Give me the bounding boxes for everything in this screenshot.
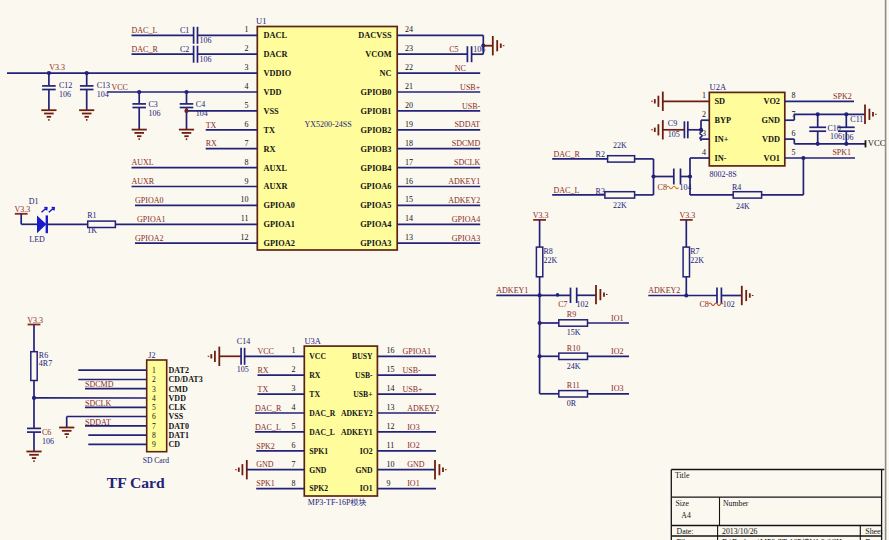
svg-text:2: 2 <box>152 375 156 384</box>
svg-text:11: 11 <box>387 441 395 450</box>
svg-text:USB-: USB- <box>355 371 373 380</box>
svg-text:AUXL: AUXL <box>264 164 288 173</box>
svg-text:4: 4 <box>245 82 249 91</box>
svg-text:8002-8S: 8002-8S <box>710 170 737 179</box>
svg-text:7: 7 <box>292 460 296 469</box>
svg-text:DAT0: DAT0 <box>169 422 189 431</box>
svg-text:DAC_L: DAC_L <box>255 423 281 432</box>
svg-text:13: 13 <box>405 233 413 242</box>
svg-text:13: 13 <box>387 403 395 412</box>
svg-text:105: 105 <box>237 365 249 374</box>
svg-text:7: 7 <box>152 422 156 431</box>
svg-text:GPIOB0: GPIOB0 <box>361 88 392 97</box>
svg-text:12: 12 <box>387 422 395 431</box>
svg-text:5: 5 <box>792 148 796 157</box>
svg-text:105: 105 <box>668 130 680 139</box>
svg-text:ADKEY2: ADKEY2 <box>448 196 480 205</box>
svg-text:10: 10 <box>241 195 249 204</box>
svg-text:IN+: IN+ <box>715 135 729 144</box>
svg-text:GPIOA5: GPIOA5 <box>360 201 391 210</box>
svg-text:R7: R7 <box>690 247 699 256</box>
svg-text:C5: C5 <box>449 45 458 54</box>
svg-text:Sheet: Sheet <box>865 527 883 536</box>
svg-text:SPK1: SPK1 <box>832 148 851 157</box>
svg-text:2: 2 <box>245 44 249 53</box>
svg-text:9: 9 <box>152 440 156 449</box>
svg-text:USB+: USB+ <box>353 390 372 399</box>
svg-text:C3: C3 <box>148 100 157 109</box>
svg-text:106: 106 <box>42 437 54 446</box>
svg-text:VDD: VDD <box>169 394 187 403</box>
svg-text:C7: C7 <box>558 300 567 309</box>
svg-text:R8: R8 <box>544 247 553 256</box>
svg-text:102: 102 <box>577 300 589 309</box>
svg-text:1: 1 <box>292 346 296 355</box>
svg-text:SPK2: SPK2 <box>833 92 852 101</box>
svg-text:IO2: IO2 <box>360 447 373 456</box>
svg-text:BYP: BYP <box>715 116 732 125</box>
svg-text:SD Card: SD Card <box>143 456 170 465</box>
svg-text:VCC: VCC <box>868 138 886 148</box>
svg-text:VCC: VCC <box>112 83 128 92</box>
svg-text:GPIOA1: GPIOA1 <box>264 220 295 229</box>
svg-text:GPIOB2: GPIOB2 <box>361 126 392 135</box>
svg-text:NC: NC <box>455 64 466 73</box>
svg-text:4R7: 4R7 <box>39 359 52 368</box>
svg-text:TX: TX <box>258 385 269 394</box>
svg-text:C8: C8 <box>658 183 667 192</box>
svg-text:GPIOA3: GPIOA3 <box>360 239 391 248</box>
svg-text:IO1: IO1 <box>407 479 419 488</box>
svg-text:22: 22 <box>405 63 413 72</box>
svg-text:GPIOB1: GPIOB1 <box>361 107 392 116</box>
svg-text:SDDAT: SDDAT <box>454 120 480 129</box>
svg-text:RX: RX <box>309 371 321 380</box>
svg-text:3: 3 <box>245 63 249 72</box>
svg-text:ADKEY2: ADKEY2 <box>648 286 680 295</box>
svg-text:SPK2: SPK2 <box>309 484 328 493</box>
svg-text:V3.3: V3.3 <box>27 316 43 325</box>
svg-text:106: 106 <box>200 55 212 64</box>
svg-text:C6: C6 <box>42 428 51 437</box>
svg-text:AUXL: AUXL <box>132 158 154 167</box>
svg-text:VCC: VCC <box>258 347 274 356</box>
svg-text:VSS: VSS <box>264 107 280 116</box>
svg-text:GND: GND <box>356 466 374 475</box>
svg-text:Date:: Date: <box>677 527 694 536</box>
svg-text:GPIOA1: GPIOA1 <box>403 347 431 356</box>
svg-text:DACR: DACR <box>264 50 289 59</box>
svg-text:8: 8 <box>152 431 156 440</box>
svg-text:USB-: USB- <box>403 366 422 375</box>
svg-text:GPIOA1: GPIOA1 <box>137 215 165 224</box>
svg-text:GPIOA3: GPIOA3 <box>452 234 480 243</box>
svg-text:VO1: VO1 <box>764 154 780 163</box>
svg-text:C12: C12 <box>59 81 72 90</box>
svg-text:VSS: VSS <box>169 412 184 421</box>
svg-text:SDCLK: SDCLK <box>454 158 480 167</box>
svg-text:VO2: VO2 <box>764 97 780 106</box>
svg-text:R1: R1 <box>87 211 96 220</box>
svg-text:CMD: CMD <box>169 385 188 394</box>
svg-text:ADKEY1: ADKEY1 <box>341 428 373 437</box>
svg-text:24K: 24K <box>736 202 750 211</box>
svg-text:U2A: U2A <box>710 82 727 92</box>
svg-text:1: 1 <box>702 91 706 100</box>
svg-text:106: 106 <box>148 109 160 118</box>
svg-text:14: 14 <box>405 214 413 223</box>
svg-text:DAC_R: DAC_R <box>132 45 159 54</box>
svg-text:YX5200-24SS: YX5200-24SS <box>305 120 352 129</box>
svg-text:22K: 22K <box>544 256 558 265</box>
svg-text:GPIOB4: GPIOB4 <box>361 164 392 173</box>
svg-text:IO2: IO2 <box>611 347 623 356</box>
svg-text:BUSY: BUSY <box>352 352 373 361</box>
svg-text:15: 15 <box>405 195 413 204</box>
svg-text:6: 6 <box>292 441 296 450</box>
svg-text:RX: RX <box>264 145 276 154</box>
svg-text:GND: GND <box>309 466 327 475</box>
svg-text:22K: 22K <box>613 201 627 210</box>
svg-text:C8: C8 <box>699 300 708 309</box>
svg-text:21: 21 <box>405 82 413 91</box>
svg-text:DACL: DACL <box>264 31 288 40</box>
svg-text:MP3-TF-16P模块: MP3-TF-16P模块 <box>308 498 367 507</box>
svg-text:C1: C1 <box>180 26 189 35</box>
svg-text:SDCMD: SDCMD <box>452 139 481 148</box>
